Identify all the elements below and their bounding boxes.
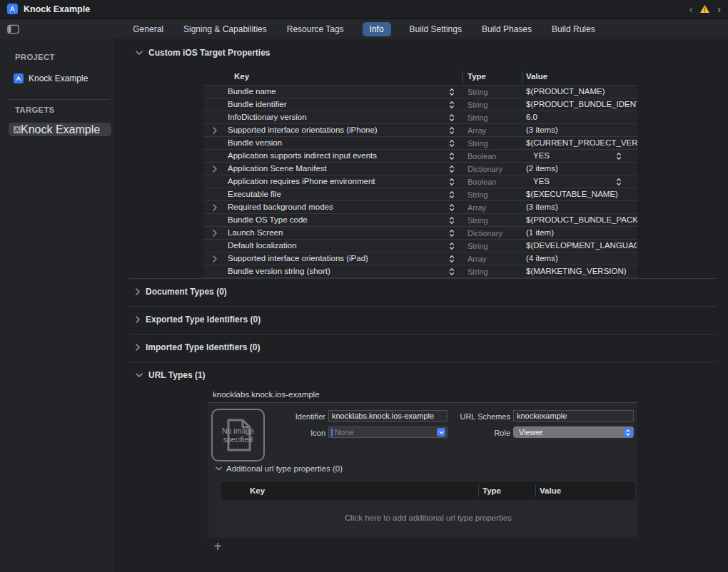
warning-icon[interactable] (699, 4, 710, 14)
url-schemes-label: URL Schemes (460, 412, 510, 421)
property-row[interactable]: Bundle name String $(PRODUCT_NAME) (203, 86, 637, 98)
properties-table: Key Type Value Bundle name String $(PROD… (203, 69, 637, 278)
divider (462, 71, 463, 83)
icon-label: Icon (310, 429, 325, 437)
property-key: Application supports indirect input even… (228, 151, 377, 160)
stepper-icon[interactable] (449, 139, 455, 148)
property-value: $(PRODUCT_BUNDLE_PACKA (526, 215, 637, 224)
chevron-down-icon (216, 466, 222, 471)
no-image-placeholder: No image specified (219, 427, 258, 444)
chevron-down-icon[interactable] (437, 428, 445, 436)
property-row[interactable]: Supported interface orientations (iPhone… (203, 124, 637, 137)
section-header-exported-type-identifiers[interactable]: Exported Type Identifiers (0) (136, 315, 261, 325)
stepper-icon[interactable] (449, 178, 455, 186)
property-row[interactable]: Bundle version string (short) String $(M… (203, 265, 637, 278)
column-header-key: Key (234, 72, 249, 81)
tab-info[interactable]: Info (363, 22, 391, 36)
property-key: InfoDictionary version (228, 113, 307, 121)
stepper-icon[interactable] (449, 88, 455, 96)
stepper-icon[interactable] (449, 152, 455, 160)
up-down-chevrons-icon (624, 428, 633, 437)
stepper-icon[interactable] (449, 203, 455, 212)
divider (478, 485, 479, 497)
property-row[interactable]: Executable file String $(EXECUTABLE_NAME… (203, 188, 637, 201)
icon-combo[interactable]: None (328, 427, 448, 438)
additional-table-empty-area[interactable]: Click here to add additional url type pr… (221, 500, 635, 536)
property-row[interactable]: Bundle OS Type code String $(PRODUCT_BUN… (203, 214, 637, 227)
property-type: String (467, 190, 488, 199)
tab-build-settings[interactable]: Build Settings (408, 22, 463, 36)
sidebar-item-target[interactable]: Knock Example (9, 123, 111, 136)
icon-combo-value: None (335, 428, 437, 436)
sidebar-item-project[interactable]: Knock Example (0, 71, 116, 86)
section-title: Custom iOS Target Properties (148, 48, 270, 58)
stepper-icon[interactable] (449, 242, 455, 250)
divider (535, 485, 536, 497)
property-row[interactable]: InfoDictionary version String 6.0 (203, 111, 637, 124)
property-value: $(MARKETING_VERSION) (526, 267, 637, 275)
stepper-icon[interactable] (449, 255, 455, 263)
property-row[interactable]: Application requires iPhone environment … (203, 175, 637, 188)
tab-signing-capabilities[interactable]: Signing & Capabilities (182, 22, 268, 36)
editor-tab-bar: GeneralSigning & CapabilitiesResource Ta… (0, 19, 728, 40)
divider (117, 560, 728, 561)
section-header-imported-type-identifiers[interactable]: Imported Type Identifiers (0) (136, 342, 260, 352)
xcode-project-icon (7, 4, 18, 14)
property-row[interactable]: Launch Screen Dictionary (1 item) (203, 227, 637, 240)
chevron-right-icon (136, 288, 140, 295)
property-type: Boolean (467, 178, 496, 186)
stepper-icon[interactable] (449, 267, 455, 276)
disclosure-icon[interactable] (213, 230, 217, 237)
disclosure-icon[interactable] (213, 165, 217, 173)
tab-build-phases[interactable]: Build Phases (480, 22, 533, 36)
property-key: Bundle OS Type code (228, 215, 308, 224)
disclosure-icon[interactable] (213, 255, 217, 262)
property-key: Required background modes (228, 203, 333, 211)
tab-bar-tabs: GeneralSigning & CapabilitiesResource Ta… (0, 19, 728, 39)
back-chevron-icon[interactable]: ‹ (689, 4, 693, 14)
section-header-custom-properties[interactable]: Custom iOS Target Properties (136, 48, 270, 58)
property-value: (2 items) (526, 164, 637, 173)
property-value: 6.0 (526, 113, 637, 121)
url-type-image-well[interactable]: No image specified (211, 409, 265, 461)
disclosure-icon[interactable] (213, 204, 217, 211)
property-row[interactable]: Bundle version String $(CURRENT_PROJECT_… (203, 137, 637, 150)
divider (128, 334, 717, 334)
property-row[interactable]: Supported interface orientations (iPad) … (203, 252, 637, 265)
tab-build-rules[interactable]: Build Rules (550, 22, 597, 36)
section-header-document-types[interactable]: Document Types (0) (136, 287, 227, 297)
add-properties-hint: Click here to add additional url type pr… (345, 514, 512, 522)
property-row[interactable]: Bundle identifier String $(PRODUCT_BUNDL… (203, 98, 637, 111)
property-key: Supported interface orientations (iPad) (228, 254, 368, 262)
property-key: Launch Screen (228, 228, 283, 237)
stepper-icon[interactable] (449, 165, 455, 173)
add-url-type-button[interactable]: + (210, 538, 226, 554)
property-row[interactable]: Application supports indirect input even… (203, 150, 637, 163)
property-value: YES (533, 151, 644, 160)
forward-chevron-icon[interactable]: › (717, 4, 721, 14)
property-value: (3 items) (526, 126, 637, 134)
stepper-icon[interactable] (449, 216, 455, 225)
stepper-icon[interactable] (449, 190, 455, 199)
value-stepper-icon[interactable] (616, 178, 622, 186)
section-header-url-types[interactable]: URL Types (1) (136, 370, 206, 380)
stepper-icon[interactable] (449, 126, 455, 135)
role-popup[interactable]: Viewer (513, 427, 634, 438)
url-schemes-field[interactable] (513, 410, 634, 422)
tab-general[interactable]: General (131, 22, 165, 36)
stepper-icon[interactable] (449, 101, 455, 109)
identifier-field[interactable] (328, 410, 448, 422)
additional-properties-header[interactable]: Additional url type properties (0) (216, 464, 343, 473)
stepper-icon[interactable] (449, 113, 455, 122)
property-value: $(EXECUTABLE_NAME) (526, 190, 637, 198)
identifier-label: Identifier (295, 412, 325, 421)
stepper-icon[interactable] (449, 229, 455, 238)
disclosure-icon[interactable] (213, 127, 217, 134)
tab-resource-tags[interactable]: Resource Tags (285, 22, 345, 36)
value-stepper-icon[interactable] (616, 152, 622, 160)
additional-table-header: Key Type Value (221, 482, 635, 500)
window-title: Knock Example (24, 4, 90, 14)
property-row[interactable]: Default localization String $(DEVELOPMEN… (203, 240, 637, 252)
property-row[interactable]: Required background modes Array (3 items… (203, 201, 637, 214)
property-row[interactable]: Application Scene Manifest Dictionary (2… (203, 163, 637, 175)
